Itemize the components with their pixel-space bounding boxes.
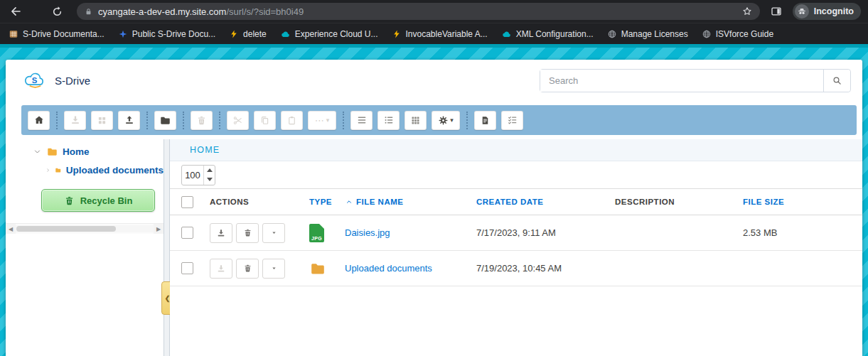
column-header-file-size[interactable]: FILE SIZE [743, 198, 862, 206]
scrollbar-track[interactable] [16, 225, 154, 232]
url-bar[interactable]: cyangate-a-dev-ed.my.site.com/surl/s/?si… [77, 3, 760, 20]
new-folder-button[interactable] [154, 111, 176, 130]
upload-button[interactable] [118, 111, 140, 130]
back-button[interactable] [7, 3, 24, 20]
column-header-type[interactable]: TYPE [309, 198, 345, 206]
bookmark-item[interactable]: Public S-Drive Docu... [118, 29, 215, 39]
row-download-button [210, 259, 232, 279]
url-path: /surl/s/?sid=bh0i49 [226, 6, 304, 17]
toolbar-separator [343, 112, 344, 129]
url-text: cyangate-a-dev-ed.my.site.com/surl/s/?si… [98, 6, 304, 17]
bookmark-item[interactable]: delete [229, 29, 267, 39]
globe-favicon [702, 29, 712, 39]
column-header-file-name[interactable]: FILE NAME [345, 198, 476, 206]
grid-view-button[interactable] [404, 111, 427, 130]
row-delete-button[interactable] [236, 223, 259, 243]
incognito-badge: Incognito [793, 3, 861, 20]
browser-right-controls: Incognito [770, 3, 861, 20]
bookmark-item[interactable]: Experience Cloud U... [280, 29, 378, 40]
search-icon [832, 75, 842, 86]
download-button [64, 111, 86, 130]
bookmark-item[interactable]: S-Drive Documenta... [9, 29, 105, 39]
search-button[interactable] [823, 70, 850, 92]
row-more-button[interactable] [262, 259, 285, 279]
row-more-button[interactable] [262, 223, 285, 243]
scroll-left-arrow[interactable]: ◀ [6, 224, 16, 234]
browser-chrome: cyangate-a-dev-ed.my.site.com/surl/s/?si… [0, 0, 868, 44]
scroll-right-arrow[interactable]: ▶ [154, 224, 164, 234]
app-title: S-Drive [55, 75, 90, 87]
tree-item-home[interactable]: Home [6, 142, 164, 161]
page-background: S S-Drive [0, 44, 868, 356]
row-download-button[interactable] [210, 223, 232, 243]
page-size-steps [203, 166, 215, 185]
caret-down-icon [270, 229, 278, 237]
trash-icon [64, 195, 75, 206]
caret-down-icon: ▾ [326, 117, 330, 124]
bookmark-label: ISVforce Guide [716, 29, 773, 39]
side-panel-icon[interactable] [770, 5, 783, 18]
folder-icon [55, 164, 61, 176]
row-checkbox[interactable] [181, 227, 193, 239]
page-size-stepper[interactable]: 100 [181, 165, 215, 185]
column-header-created-date[interactable]: CREATED DATE [476, 198, 615, 206]
home-button[interactable] [28, 111, 50, 130]
trash-icon [196, 115, 207, 126]
step-up-button[interactable] [204, 166, 215, 176]
settings-button[interactable]: ▾ [432, 111, 460, 130]
gear-icon [438, 115, 449, 126]
breadcrumb-home-link[interactable]: HOME [190, 145, 220, 155]
caret-down-icon [270, 264, 278, 272]
page-fold [319, 224, 324, 229]
checklist-icon [507, 114, 518, 126]
detail-view-button[interactable] [377, 111, 400, 130]
step-down-button[interactable] [204, 175, 215, 185]
toolbar-separator [466, 112, 468, 129]
bookmark-item[interactable]: XML Configuration... [501, 29, 594, 40]
table-row: Uploaded documents 7/19/2023, 10:45 AM [170, 251, 862, 286]
list-icon [356, 114, 368, 126]
row-checkbox-cell [181, 262, 210, 274]
search-input[interactable] [540, 70, 823, 92]
copy-icon [259, 115, 270, 126]
file-list-area: HOME 100 ACTIONS [170, 139, 862, 356]
screen: cyangate-a-dev-ed.my.site.com/surl/s/?si… [0, 0, 868, 356]
tree-horizontal-scrollbar[interactable]: ◀ ▶ [6, 223, 164, 234]
download-icon [216, 264, 226, 274]
chevron-right-icon[interactable] [45, 166, 50, 175]
select-all-button[interactable] [501, 111, 523, 130]
row-name-cell: Daisies.jpg [345, 227, 476, 238]
caret-down-icon: ▾ [450, 117, 454, 124]
lock-icon[interactable] [84, 7, 93, 16]
bookmark-label: Experience Cloud U... [295, 29, 378, 39]
browser-toolbar: cyangate-a-dev-ed.my.site.com/surl/s/?si… [0, 0, 868, 23]
incognito-icon [795, 4, 809, 18]
toolbar-separator [146, 112, 148, 129]
copy-button [254, 111, 276, 130]
lightning-favicon [229, 29, 239, 39]
properties-button[interactable] [474, 111, 496, 130]
file-name-link[interactable]: Daisies.jpg [345, 227, 390, 238]
reload-button[interactable] [48, 3, 65, 20]
row-delete-button[interactable] [236, 259, 259, 279]
header-checkbox-cell [181, 196, 210, 208]
paste-button [281, 111, 303, 130]
star4-favicon [118, 29, 128, 39]
bookmark-item[interactable]: Manage Licenses [607, 29, 688, 39]
download-icon [70, 114, 81, 126]
chevron-down-icon[interactable] [33, 147, 42, 156]
list-view-button[interactable] [350, 111, 373, 130]
bookmark-item[interactable]: InvocableVariable A... [392, 29, 488, 39]
cloud-favicon [501, 29, 512, 40]
scrollbar-thumb[interactable] [16, 226, 116, 232]
bookmark-item[interactable]: ISVforce Guide [702, 29, 773, 39]
bookmark-star-icon[interactable] [741, 6, 753, 17]
row-name-cell: Uploaded documents [345, 263, 476, 274]
recycle-bin-button[interactable]: Recycle Bin [41, 189, 155, 212]
folder-name-link[interactable]: Uploaded documents [345, 263, 432, 274]
tree-item-uploaded-documents[interactable]: Uploaded documents [6, 161, 164, 179]
select-all-checkbox[interactable] [181, 196, 193, 208]
tree-item-label: Uploaded documents [66, 165, 164, 176]
row-checkbox[interactable] [181, 262, 193, 274]
download-icon [216, 228, 226, 238]
